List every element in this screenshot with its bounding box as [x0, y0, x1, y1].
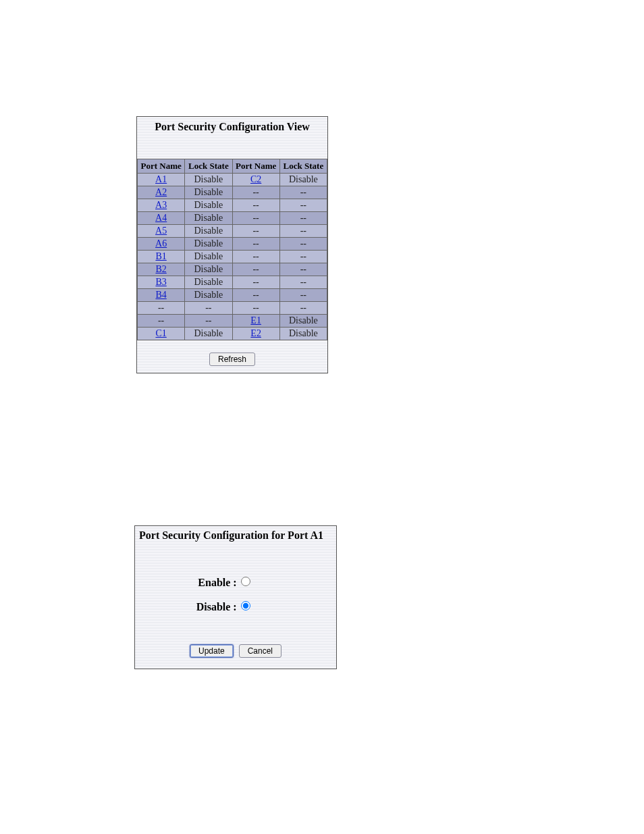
- table-row: A4Disable----: [138, 212, 327, 225]
- state-cell: --: [232, 225, 279, 238]
- port-cell: B4: [138, 289, 185, 302]
- state-cell: --: [232, 238, 279, 251]
- state-cell: Disable: [185, 225, 232, 238]
- table-row: B1Disable----: [138, 251, 327, 263]
- state-cell: --: [279, 186, 327, 199]
- port-link[interactable]: C2: [250, 174, 261, 184]
- state-cell: --: [232, 276, 279, 289]
- port-link[interactable]: B2: [155, 264, 166, 274]
- state-cell: --: [279, 199, 327, 212]
- state-cell: Disable: [185, 251, 232, 263]
- enable-radio[interactable]: [241, 577, 250, 586]
- port-link[interactable]: B1: [155, 251, 166, 261]
- state-cell: --: [232, 302, 279, 315]
- port-cell: E1: [232, 315, 279, 328]
- port-link[interactable]: B4: [155, 290, 166, 300]
- radio-group: Enable : Disable :: [135, 577, 336, 613]
- port-link[interactable]: A5: [155, 226, 167, 236]
- state-cell: Disable: [279, 315, 327, 328]
- colon: :: [233, 577, 240, 589]
- state-cell: --: [279, 289, 327, 302]
- port-cell: B1: [138, 251, 185, 263]
- refresh-button[interactable]: Refresh: [209, 353, 255, 366]
- port-link[interactable]: A4: [155, 213, 167, 223]
- state-cell: --: [279, 302, 327, 315]
- state-cell: --: [279, 212, 327, 225]
- state-cell: --: [279, 251, 327, 263]
- state-cell: --: [185, 302, 232, 315]
- state-cell: --: [232, 199, 279, 212]
- table-row: --------: [138, 302, 327, 315]
- port-security-table: Port Name Lock State Port Name Lock Stat…: [137, 159, 327, 340]
- refresh-area: Refresh: [137, 340, 327, 373]
- port-link[interactable]: A6: [155, 238, 167, 249]
- state-cell: --: [232, 289, 279, 302]
- button-row: Update Cancel: [135, 644, 336, 658]
- header-port-name-1: Port Name: [138, 159, 185, 174]
- port-cell: A6: [138, 238, 185, 251]
- state-cell: Disable: [185, 174, 232, 186]
- table-row: A2Disable----: [138, 186, 327, 199]
- state-cell: Disable: [185, 199, 232, 212]
- table-row: A3Disable----: [138, 199, 327, 212]
- spacer: [137, 136, 327, 159]
- port-link[interactable]: C1: [155, 328, 166, 338]
- port-cell: C2: [232, 174, 279, 186]
- state-cell: Disable: [185, 238, 232, 251]
- port-cell: A2: [138, 186, 185, 199]
- state-cell: --: [279, 276, 327, 289]
- state-cell: Disable: [185, 186, 232, 199]
- port-cell: B2: [138, 263, 185, 276]
- port-link[interactable]: E1: [250, 315, 261, 325]
- colon: :: [233, 601, 240, 613]
- header-port-name-2: Port Name: [232, 159, 279, 174]
- port-link[interactable]: A2: [155, 187, 167, 197]
- port-cell: A1: [138, 174, 185, 186]
- disable-label: Disable: [156, 601, 233, 613]
- state-cell: Disable: [185, 212, 232, 225]
- port-cell: C1: [138, 328, 185, 340]
- port-link[interactable]: A1: [155, 174, 167, 184]
- table-row: A6Disable----: [138, 238, 327, 251]
- table-row: B3Disable----: [138, 276, 327, 289]
- state-cell: Disable: [185, 328, 232, 340]
- state-cell: --: [279, 238, 327, 251]
- state-cell: --: [232, 186, 279, 199]
- state-cell: --: [232, 263, 279, 276]
- state-cell: --: [279, 263, 327, 276]
- cancel-button[interactable]: Cancel: [239, 644, 281, 658]
- state-cell: --: [138, 315, 185, 328]
- port-link[interactable]: E2: [250, 328, 261, 338]
- port-link[interactable]: A3: [155, 200, 167, 210]
- port-security-config-panel: Port Security Configuration for Port A1 …: [134, 525, 337, 669]
- disable-row: Disable :: [135, 601, 336, 613]
- table-row: A1DisableC2Disable: [138, 174, 327, 186]
- state-cell: --: [232, 212, 279, 225]
- update-button[interactable]: Update: [190, 644, 234, 658]
- enable-label: Enable: [156, 577, 233, 589]
- state-cell: --: [138, 302, 185, 315]
- port-cell: B3: [138, 276, 185, 289]
- enable-row: Enable :: [135, 577, 336, 589]
- state-cell: --: [279, 225, 327, 238]
- state-cell: Disable: [185, 276, 232, 289]
- disable-radio[interactable]: [241, 601, 250, 610]
- config-panel-title: Port Security Configuration for Port A1: [135, 526, 336, 544]
- table-row: B2Disable----: [138, 263, 327, 276]
- port-cell: A4: [138, 212, 185, 225]
- port-link[interactable]: B3: [155, 277, 166, 287]
- port-security-view-panel: Port Security Configuration View Port Na…: [136, 116, 328, 373]
- state-cell: --: [185, 315, 232, 328]
- port-cell: A3: [138, 199, 185, 212]
- header-lock-state-2: Lock State: [279, 159, 327, 174]
- port-cell: E2: [232, 328, 279, 340]
- state-cell: Disable: [279, 174, 327, 186]
- table-row: B4Disable----: [138, 289, 327, 302]
- state-cell: --: [232, 251, 279, 263]
- table-row: ----E1Disable: [138, 315, 327, 328]
- panel-title: Port Security Configuration View: [137, 117, 327, 136]
- table-header-row: Port Name Lock State Port Name Lock Stat…: [138, 159, 327, 174]
- state-cell: Disable: [185, 289, 232, 302]
- state-cell: Disable: [185, 263, 232, 276]
- state-cell: Disable: [279, 328, 327, 340]
